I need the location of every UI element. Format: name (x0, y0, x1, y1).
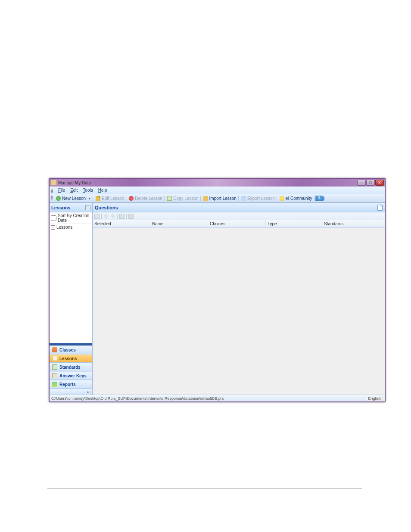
sort-by-date-row[interactable]: Sort By Creation Date (50, 212, 92, 224)
questions-panel-header: Questions (93, 203, 385, 212)
lessons-tree: Sort By Creation Date − Lessons (50, 212, 92, 343)
toolbar-separator (117, 214, 118, 219)
delete-lesson-label: Delete Lesson (135, 196, 162, 201)
nav-overflow-arrow-icon: ▸ (87, 391, 89, 393)
nav-overflow-dots-icon: ▪ (90, 391, 90, 393)
toolbar-grip-icon (51, 196, 53, 201)
nav-standards[interactable]: Standards (50, 363, 92, 371)
questions-table-body (93, 228, 385, 395)
sort-by-date-checkbox[interactable] (51, 215, 56, 221)
lessons-panel-header: Lessons (50, 203, 92, 212)
dropdown-arrow-icon[interactable]: ▼ (88, 197, 91, 200)
export-icon (241, 196, 246, 201)
copy-lesson-label: Copy Lesson (173, 196, 198, 201)
col-standards[interactable]: Standards (322, 220, 385, 227)
export-lesson-button[interactable]: Export Lesson (240, 196, 277, 201)
nav-reports-label: Reports (59, 382, 76, 387)
menu-help[interactable]: Help (97, 187, 108, 193)
col-type[interactable]: Type (266, 220, 322, 227)
toolbar-separator (101, 214, 102, 219)
nav-answer-keys[interactable]: Answer Keys (50, 371, 92, 380)
import-lesson-label: Import Lesson (209, 196, 237, 201)
maximize-button[interactable]: □ (366, 180, 375, 186)
nav-lessons-label: Lessons (59, 356, 77, 361)
help-button[interactable] (315, 196, 325, 201)
titlebar[interactable]: Manage My Data ─ □ X (50, 179, 385, 187)
right-panel: Questions Selected Name Choices Type Sta… (93, 203, 385, 395)
move-down-icon[interactable] (110, 214, 115, 219)
ei-community-label: eI Community (286, 196, 312, 201)
sort-by-date-label: Sort By Creation Date (58, 213, 91, 223)
menu-edit[interactable]: Edit (69, 187, 78, 193)
menu-tools[interactable]: Tools (82, 187, 93, 193)
tree-expand-icon[interactable]: − (51, 225, 55, 230)
app-window: Manage My Data ─ □ X File Edit Tools Hel… (49, 178, 386, 402)
toolbar: New Lesson ▼ Edit Lesson Delete Lesson C… (50, 194, 385, 202)
menubar-grip-icon (51, 188, 53, 193)
answer-keys-icon (52, 373, 57, 378)
minimize-button[interactable]: ─ (357, 180, 366, 186)
nav-lessons[interactable]: Lessons (50, 354, 92, 363)
edit-lesson-button[interactable]: Edit Lesson (94, 196, 126, 201)
ei-community-button[interactable]: eI Community (278, 196, 314, 201)
window-title: Manage My Data (58, 180, 91, 185)
toolbar-separator (126, 214, 127, 219)
status-language[interactable]: English (366, 396, 383, 401)
tree-root-label: Lessons (56, 225, 72, 230)
edit-lesson-label: Edit Lesson (102, 196, 124, 201)
export-lesson-label: Export Lesson (247, 196, 275, 201)
delete-question-icon[interactable] (128, 214, 134, 219)
nav-answer-keys-label: Answer Keys (59, 373, 87, 378)
help-icon (317, 196, 322, 201)
new-icon (56, 196, 61, 201)
main-body: Lessons Sort By Creation Date − Lessons … (50, 202, 385, 395)
standards-icon (52, 364, 57, 370)
statusbar: C:\Users\lori.rainey\Desktop\Old Role_SU… (50, 395, 385, 401)
lightbulb-icon (280, 196, 284, 201)
col-choices[interactable]: Choices (208, 220, 266, 227)
nav-reports[interactable]: Reports (50, 380, 92, 389)
delete-lesson-button[interactable]: Delete Lesson (127, 196, 165, 201)
pencil-icon (96, 196, 100, 201)
copy-icon (167, 196, 172, 201)
nav-classes[interactable]: Classes (50, 345, 92, 354)
lessons-tree-root[interactable]: − Lessons (50, 224, 92, 230)
list-icon[interactable] (119, 214, 125, 219)
import-icon (203, 196, 208, 201)
new-lesson-button[interactable]: New Lesson ▼ (54, 196, 93, 201)
questions-toolbar (93, 212, 385, 220)
move-up-icon[interactable] (103, 214, 109, 219)
col-name[interactable]: Name (150, 220, 208, 227)
page-divider (47, 488, 362, 488)
lessons-icon (52, 356, 57, 361)
question-properties-icon[interactable] (94, 214, 100, 219)
nav-classes-label: Classes (59, 348, 76, 352)
col-selected[interactable]: Selected (93, 220, 150, 227)
panel-header-icon[interactable] (85, 205, 90, 210)
menubar: File Edit Tools Help (50, 187, 385, 194)
left-panel: Lessons Sort By Creation Date − Lessons … (50, 203, 93, 395)
status-path: C:\Users\lori.rainey\Desktop\Old Role_SU… (51, 396, 224, 401)
nav-standards-label: Standards (59, 365, 81, 370)
new-lesson-label: New Lesson (62, 196, 86, 201)
app-icon (51, 180, 56, 185)
classes-icon (52, 347, 57, 352)
questions-header-title: Questions (95, 205, 118, 210)
import-lesson-button[interactable]: Import Lesson (202, 196, 239, 201)
delete-icon (129, 196, 134, 201)
nav-overflow[interactable]: ▸ ▪ (50, 389, 92, 395)
lessons-header-title: Lessons (51, 205, 71, 210)
new-question-icon[interactable] (377, 205, 383, 211)
nav-list: Classes Lessons Standards Answer Keys Re… (50, 345, 92, 389)
questions-table-header: Selected Name Choices Type Standards (93, 220, 385, 228)
menu-file[interactable]: File (57, 187, 66, 193)
close-button[interactable]: X (375, 180, 384, 186)
reports-icon (52, 382, 57, 387)
copy-lesson-button[interactable]: Copy Lesson (165, 196, 200, 201)
